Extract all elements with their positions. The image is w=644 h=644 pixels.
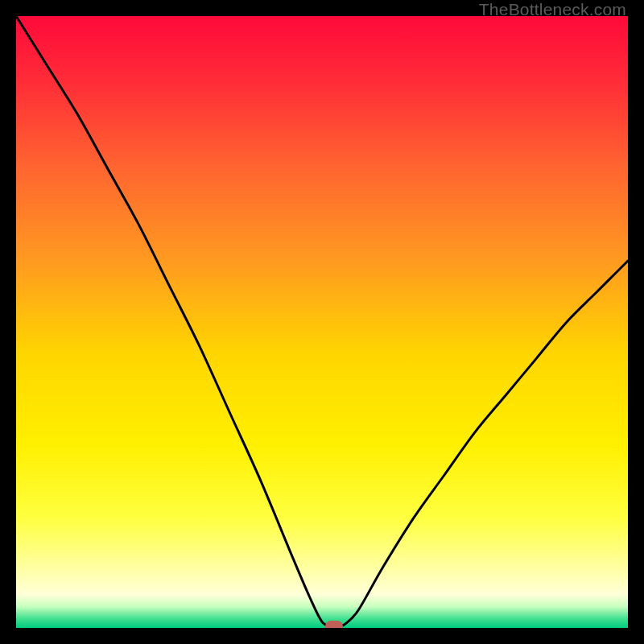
bottleneck-curve <box>16 16 628 626</box>
chart-container: TheBottleneck.com <box>0 0 644 644</box>
plot-area <box>16 16 628 628</box>
curve-layer <box>16 16 628 628</box>
watermark-text: TheBottleneck.com <box>479 0 626 19</box>
optimum-marker <box>325 621 343 628</box>
